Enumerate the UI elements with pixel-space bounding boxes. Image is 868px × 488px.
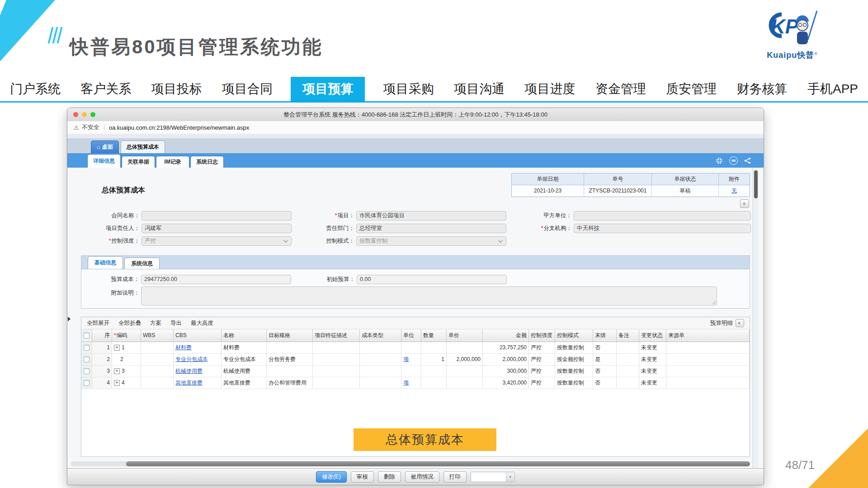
cell-cost_type <box>360 366 401 377</box>
grid-header-row: 序 *编码 WBS CBS 名称 目标规格 项目特征描述 成本类型 单位 数量 … <box>81 329 750 342</box>
max-height-button[interactable]: 最大高度 <box>191 319 213 327</box>
modify-button[interactable]: 修改(E) <box>316 471 347 483</box>
brand-name: Kuaipu快普 <box>767 51 814 60</box>
collapse-all-button[interactable]: 全部折叠 <box>118 319 141 327</box>
basic-info-tabbar: 基础信息 系统信息 <box>81 256 750 269</box>
nav-item-funds[interactable]: 资金管理 <box>594 77 648 101</box>
tab-system-info[interactable]: 系统信息 <box>124 258 160 269</box>
cell-spec: 分包劳务费 <box>267 354 313 366</box>
expand-icon[interactable]: + <box>114 345 120 351</box>
party-a-field[interactable] <box>574 211 751 221</box>
nav-item-progress[interactable]: 项目进度 <box>523 77 577 101</box>
nav-item-contract[interactable]: 项目合同 <box>220 77 274 101</box>
branch-field[interactable]: 中天科技 <box>574 224 751 233</box>
col-qty: 数量 <box>421 329 447 342</box>
doc-col-attachment: 附件 <box>719 174 750 185</box>
tab-im-records[interactable]: IM记录 <box>156 156 189 168</box>
delete-button[interactable]: 删除 <box>378 471 401 483</box>
vertical-scrollbar-thumb[interactable] <box>754 170 758 198</box>
tab-system-log[interactable]: 系统日志 <box>190 156 224 168</box>
cell-strength: 严控 <box>529 342 555 354</box>
tab-basic-info[interactable]: 基础信息 <box>88 256 123 269</box>
cell-seq: 1 <box>92 342 112 354</box>
slide: 快普易80项目管理系统功能 KP Kuaipu快普® 门户系统 客户关系 项目投… <box>0 0 868 488</box>
nav-item-quality[interactable]: 质安管理 <box>664 77 718 101</box>
cell-leaf: 否 <box>593 366 617 377</box>
im-icon[interactable]: IM <box>729 156 738 165</box>
usage-button[interactable]: 被用情况 <box>405 471 439 483</box>
nav-item-crm[interactable]: 客户关系 <box>79 77 133 101</box>
budget-cost-field[interactable]: 29477250.00 <box>141 275 291 284</box>
expand-icon[interactable]: + <box>114 380 120 386</box>
cell-price <box>447 342 483 354</box>
export-button[interactable]: 导出 <box>170 319 182 327</box>
collapse-header-button[interactable]: « <box>740 199 749 208</box>
cell-cbs: 机械使用费 <box>174 366 222 377</box>
note-textarea[interactable] <box>141 286 717 305</box>
cbs-link[interactable]: 机械使用费 <box>175 368 203 374</box>
nav-item-mobile-app[interactable]: 手机APP <box>806 77 860 101</box>
expand-icon[interactable]: + <box>114 368 120 374</box>
nav-item-bidding[interactable]: 项目投标 <box>150 77 204 101</box>
security-label[interactable]: 不安全 <box>82 123 99 131</box>
cell-name: 材料费 <box>222 342 267 354</box>
cell-spec: 办公和管理费用 <box>267 377 313 389</box>
project-manager-field[interactable]: 冯建军 <box>142 224 292 233</box>
cbs-link[interactable]: 专业分包成本 <box>175 356 208 362</box>
control-mode-select[interactable]: 按数量控制 <box>356 236 506 246</box>
col-cost-type: 成本类型 <box>360 329 401 342</box>
unit-link[interactable]: 项 <box>403 356 409 362</box>
resize-handle-icon[interactable] <box>712 300 716 305</box>
expand-all-button[interactable]: 全部展开 <box>87 319 109 327</box>
cell-price <box>447 366 483 377</box>
page-title: 快普易80项目管理系统功能 <box>70 34 323 60</box>
row-checkbox[interactable] <box>84 345 90 351</box>
close-window-icon[interactable] <box>73 112 78 117</box>
cell-wbs <box>141 354 174 366</box>
tab-detail-info[interactable]: 详细信息 <box>87 154 121 168</box>
cell-cost_type <box>360 354 401 366</box>
nav-item-budget[interactable]: 项目预算 <box>291 77 365 101</box>
panel-collapse-arrow[interactable] <box>68 317 71 321</box>
tab-desktop[interactable]: ⌂ 桌面 <box>91 141 119 153</box>
row-checkbox[interactable] <box>84 357 90 362</box>
cell-price <box>447 377 483 389</box>
scheme-button[interactable]: 方案 <box>150 319 161 327</box>
cell-strength: 严控 <box>529 354 555 366</box>
restore-size-icon[interactable] <box>716 157 723 164</box>
cbs-link[interactable]: 其他直接费 <box>175 380 203 386</box>
cell-wbs <box>141 366 174 377</box>
attachment-link[interactable]: 无 <box>731 188 737 194</box>
more-actions-select[interactable]: ▼ <box>471 472 515 482</box>
tab-related-docs[interactable]: 关联单据 <box>122 156 155 168</box>
row-checkbox[interactable] <box>84 380 90 386</box>
horizontal-scrollbar-thumb[interactable] <box>126 461 750 466</box>
tab-overall-budget[interactable]: 总体预算成本 <box>121 141 165 153</box>
url-text[interactable]: oa.kuaipu.com.cn:2198/WebEnterprise/newm… <box>109 124 250 131</box>
control-strength-select[interactable]: 严控 <box>142 236 292 246</box>
nav-item-portal[interactable]: 门户系统 <box>8 77 62 101</box>
cell-qty <box>421 342 447 354</box>
print-button[interactable]: 打印 <box>443 471 467 483</box>
module-nav: 门户系统 客户关系 项目投标 项目合同 项目预算 项目采购 项目沟通 项目进度 … <box>0 77 868 103</box>
col-strength: 控制强度 <box>529 329 555 342</box>
unit-link[interactable]: 项 <box>403 380 409 386</box>
initial-budget-field[interactable]: 0.00 <box>357 275 507 284</box>
share-icon[interactable] <box>744 157 751 164</box>
row-checkbox[interactable] <box>84 368 90 374</box>
nav-item-finance[interactable]: 财务核算 <box>735 77 789 101</box>
nav-item-procurement[interactable]: 项目采购 <box>382 77 436 101</box>
responsible-dept-field[interactable]: 总经理室 <box>356 224 506 233</box>
zoom-window-icon[interactable] <box>90 112 95 117</box>
audit-button[interactable]: 审核 <box>351 471 374 483</box>
nav-item-communication[interactable]: 项目沟通 <box>452 77 506 101</box>
cell-remark <box>617 354 639 366</box>
minimize-window-icon[interactable] <box>82 112 87 117</box>
cell-source <box>666 366 750 377</box>
cell-cbs: 其他直接费 <box>174 377 222 389</box>
cbs-link[interactable]: 材料费 <box>175 344 192 351</box>
contract-name-field[interactable] <box>142 211 292 221</box>
select-all-checkbox[interactable] <box>84 333 90 338</box>
project-field[interactable]: 市民体育公园项目 <box>356 211 506 221</box>
collapse-grid-button[interactable]: « <box>736 319 744 327</box>
